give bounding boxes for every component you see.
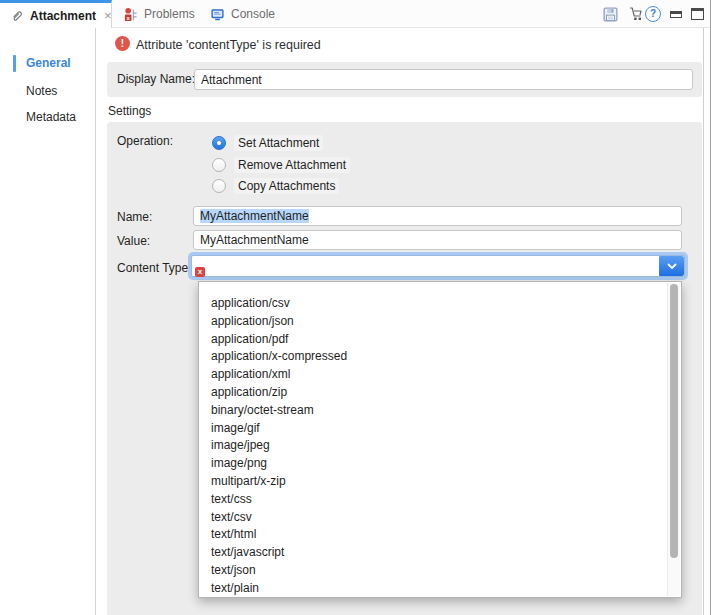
cart-icon[interactable] <box>626 5 644 23</box>
problems-icon: x <box>123 7 138 22</box>
dropdown-option[interactable]: text/javascript <box>199 544 681 562</box>
radio-copy-attachments[interactable]: Copy Attachments <box>212 178 339 194</box>
field-error-icon: x <box>195 267 205 277</box>
dropdown-option[interactable]: application/zip <box>199 384 681 402</box>
help-icon[interactable]: ? <box>645 6 661 22</box>
radio-remove-attachment-label: Remove Attachment <box>234 157 350 173</box>
tab-problems-label: Problems <box>144 7 195 21</box>
dropdown-option[interactable]: text/css <box>199 491 681 509</box>
content-type-dropdown-list: application/csv application/json applica… <box>198 281 682 598</box>
dropdown-option[interactable]: binary/octet-stream <box>199 402 681 420</box>
radio-set-attachment-label: Set Attachment <box>234 135 323 151</box>
dropdown-option[interactable]: application/pdf <box>199 331 681 349</box>
radio-button-icon[interactable] <box>212 136 226 150</box>
value-input[interactable] <box>193 230 682 250</box>
scrollbar-thumb[interactable] <box>670 284 678 558</box>
dropdown-option[interactable]: image/gif <box>199 420 681 438</box>
console-icon <box>210 7 225 22</box>
content-type-combobox[interactable] <box>188 252 688 280</box>
dropdown-option[interactable]: application/xml <box>199 366 681 384</box>
operation-label: Operation: <box>117 134 173 148</box>
dropdown-scrollbar[interactable] <box>667 283 680 596</box>
sidebar-item-metadata[interactable]: Metadata <box>0 108 96 127</box>
display-name-input[interactable] <box>194 69 693 90</box>
dropdown-option[interactable]: text/plain <box>199 580 681 598</box>
name-label: Name: <box>117 210 152 224</box>
error-icon: ! <box>115 36 130 51</box>
sidebar-item-notes-label: Notes <box>26 84 57 98</box>
tab-bar: Attachment × x Problems <box>0 0 711 28</box>
sidebar-item-metadata-label: Metadata <box>26 110 76 124</box>
save-icon[interactable] <box>602 6 619 23</box>
sidebar-item-general-label: General <box>26 56 71 70</box>
chevron-down-icon <box>667 263 677 270</box>
sidebar-item-notes[interactable]: Notes <box>0 82 96 101</box>
close-icon[interactable]: × <box>104 8 112 23</box>
selected-text: MyAttachmentName <box>200 209 309 223</box>
dropdown-option[interactable]: text/html <box>199 526 681 544</box>
dropdown-option[interactable]: application/x-compressed <box>199 348 681 366</box>
content-type-combobox-field[interactable] <box>191 255 685 277</box>
tab-attachment-label: Attachment <box>30 9 96 23</box>
content-type-label: Content Type: <box>117 261 192 275</box>
active-indicator-bar <box>13 55 16 72</box>
paperclip-icon <box>10 9 24 23</box>
radio-button-icon[interactable] <box>212 158 226 172</box>
radio-button-icon[interactable] <box>212 179 226 193</box>
tab-console-label: Console <box>231 7 275 21</box>
dropdown-option[interactable]: image/png <box>199 455 681 473</box>
sidebar: General Notes Metadata <box>0 28 96 615</box>
value-label: Value: <box>117 234 150 248</box>
sidebar-item-general[interactable]: General <box>0 54 96 73</box>
display-name-label: Display Name: <box>117 72 195 86</box>
dropdown-option[interactable]: application/json <box>199 313 681 331</box>
main-panel: ! Attribute 'contentType' is required Di… <box>96 28 704 615</box>
error-banner: ! Attribute 'contentType' is required <box>96 28 703 58</box>
name-input[interactable]: MyAttachmentName <box>193 206 682 226</box>
attachment-editor-window: Attachment × x Problems <box>0 0 711 615</box>
dropdown-option[interactable]: multipart/x-zip <box>199 473 681 491</box>
radio-set-attachment[interactable]: Set Attachment <box>212 135 323 151</box>
settings-header: Settings <box>108 104 151 118</box>
combobox-dropdown-button[interactable] <box>659 256 684 276</box>
minimize-icon[interactable] <box>670 11 682 18</box>
tab-attachment[interactable]: Attachment × <box>0 0 112 28</box>
radio-copy-attachments-label: Copy Attachments <box>234 178 339 194</box>
maximize-icon[interactable] <box>691 8 704 20</box>
dropdown-option[interactable]: text/csv <box>199 509 681 527</box>
dropdown-option[interactable]: image/jpeg <box>199 437 681 455</box>
tab-console[interactable]: Console <box>200 0 285 28</box>
radio-remove-attachment[interactable]: Remove Attachment <box>212 157 350 173</box>
display-name-group: Display Name: <box>107 62 702 97</box>
dropdown-option[interactable]: text/json <box>199 562 681 580</box>
tab-problems[interactable]: x Problems <box>113 0 205 28</box>
error-banner-text: Attribute 'contentType' is required <box>136 38 321 52</box>
dropdown-option[interactable]: application/csv <box>199 295 681 313</box>
